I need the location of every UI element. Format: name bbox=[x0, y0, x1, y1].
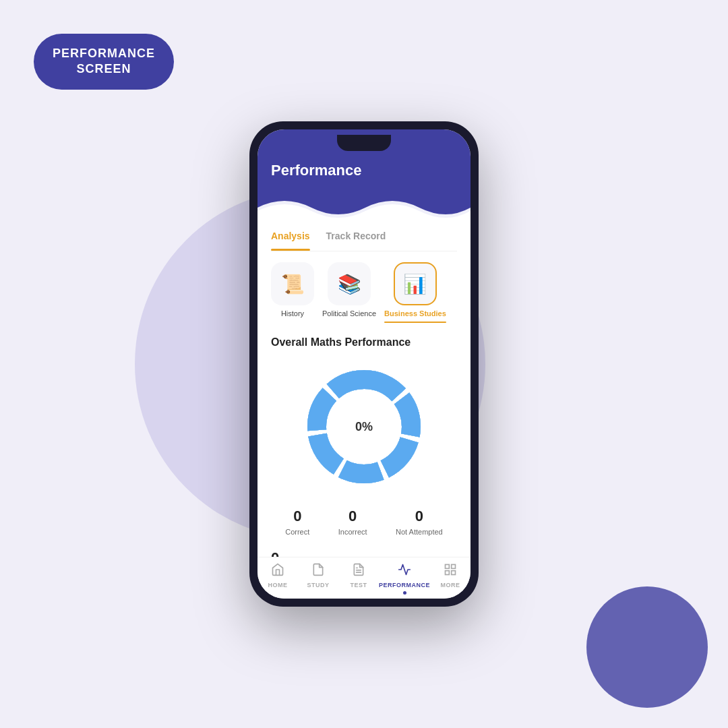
incorrect-value: 0 bbox=[348, 508, 357, 525]
correct-value: 0 bbox=[293, 508, 301, 525]
nav-performance[interactable]: PERFORMANCE bbox=[379, 563, 430, 595]
chart-container: 0% bbox=[271, 359, 457, 494]
test-nav-label: TEST bbox=[350, 582, 367, 588]
total-value: 0 bbox=[271, 549, 457, 557]
more-icon bbox=[444, 563, 457, 580]
nav-test[interactable]: TEST bbox=[338, 563, 379, 595]
stat-incorrect: 0 Incorrect bbox=[338, 508, 367, 536]
content-area: Analysis Track Record 📜 History 📚 bbox=[257, 220, 471, 557]
nav-home[interactable]: HOME bbox=[257, 563, 298, 595]
header-wave bbox=[257, 194, 471, 221]
subject-history[interactable]: 📜 History bbox=[271, 262, 314, 323]
page-title: Performance bbox=[271, 162, 457, 179]
donut-center-label: 0% bbox=[355, 420, 373, 434]
phone-frame: Performance Analysis Track Record bbox=[249, 121, 479, 607]
svg-rect-13 bbox=[452, 571, 456, 575]
incorrect-label: Incorrect bbox=[338, 528, 367, 536]
bottom-nav: HOME STUDY bbox=[257, 557, 471, 599]
nav-study[interactable]: STUDY bbox=[298, 563, 338, 595]
subject-political-science[interactable]: 📚 Political Science bbox=[322, 262, 376, 323]
correct-label: Correct bbox=[285, 528, 309, 536]
svg-rect-11 bbox=[452, 565, 456, 569]
business-studies-underline bbox=[384, 322, 446, 323]
test-icon bbox=[352, 563, 365, 580]
stats-row: 0 Correct 0 Incorrect 0 Not Attempted bbox=[271, 508, 457, 536]
performance-icon bbox=[398, 563, 411, 580]
bg-circle-small bbox=[586, 586, 708, 708]
phone-screen: Performance Analysis Track Record bbox=[257, 129, 471, 599]
political-science-label: Political Science bbox=[322, 309, 376, 317]
not-attempted-label: Not Attempted bbox=[396, 528, 443, 536]
section-title: Overall Maths Performance bbox=[271, 336, 457, 348]
tab-analysis[interactable]: Analysis bbox=[271, 231, 310, 245]
subject-list: 📜 History 📚 Political Science 📊 Business… bbox=[271, 262, 457, 323]
history-label: History bbox=[281, 309, 304, 317]
business-studies-label: Business Studies bbox=[384, 309, 446, 317]
political-science-icon-box: 📚 bbox=[328, 262, 371, 305]
business-studies-icon-box: 📊 bbox=[394, 262, 437, 305]
history-icon-box: 📜 bbox=[271, 262, 314, 305]
home-nav-label: HOME bbox=[268, 582, 288, 588]
stat-correct: 0 Correct bbox=[285, 508, 309, 536]
business-studies-icon: 📊 bbox=[403, 273, 427, 295]
study-nav-label: STUDY bbox=[307, 582, 329, 588]
svg-rect-10 bbox=[446, 565, 450, 569]
tab-track-record[interactable]: Track Record bbox=[326, 231, 386, 245]
performance-nav-label: PERFORMANCE bbox=[379, 582, 430, 588]
screen-label: PERFORMANCE SCREEN bbox=[34, 34, 174, 90]
nav-more[interactable]: MORE bbox=[430, 563, 471, 595]
svg-rect-12 bbox=[446, 571, 450, 575]
political-science-icon: 📚 bbox=[338, 273, 361, 295]
phone-notch bbox=[337, 135, 391, 151]
tab-bar: Analysis Track Record bbox=[271, 220, 457, 251]
study-icon bbox=[311, 563, 325, 580]
donut-chart: 0% bbox=[297, 359, 431, 494]
more-nav-label: MORE bbox=[441, 582, 460, 588]
performance-dot bbox=[403, 591, 406, 595]
stat-not-attempted: 0 Not Attempted bbox=[396, 508, 443, 536]
total-questions: 0 Total Questions bbox=[271, 547, 457, 557]
home-icon bbox=[271, 563, 284, 580]
history-icon: 📜 bbox=[281, 273, 305, 295]
subject-business-studies[interactable]: 📊 Business Studies bbox=[384, 262, 446, 323]
not-attempted-value: 0 bbox=[415, 508, 423, 525]
